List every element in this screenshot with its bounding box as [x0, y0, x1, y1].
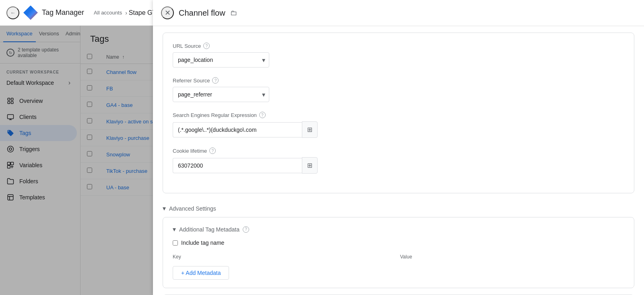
- search-engines-group: Search Engines Regular Expression ? ⊞: [173, 112, 624, 138]
- url-source-group: URL Source ? page_location page_referrer…: [173, 43, 624, 68]
- referrer-source-select-wrapper: page_referrer page_location custom ▾: [173, 87, 269, 102]
- back-button[interactable]: ←: [6, 6, 19, 19]
- cookie-help-icon[interactable]: ?: [209, 148, 216, 154]
- include-tag-name-checkbox[interactable]: [173, 240, 178, 246]
- cookie-lifetime-label: Cookie lifetime ?: [173, 148, 624, 154]
- referrer-source-group: Referrer Source ? page_referrer page_loc…: [173, 77, 624, 102]
- referrer-source-label: Referrer Source ?: [173, 77, 624, 84]
- cookie-lifetime-group: Cookie lifetime ? ⊞: [173, 148, 624, 174]
- panel-content: URL Source ? page_location page_referrer…: [153, 26, 644, 295]
- cookie-picker-btn[interactable]: ⊞: [302, 157, 318, 174]
- url-source-label: URL Source ?: [173, 43, 624, 49]
- advanced-toggle[interactable]: ▾ Advanced Settings: [163, 200, 634, 217]
- referrer-source-select[interactable]: page_referrer page_location custom: [173, 87, 269, 102]
- panel-folder-icon[interactable]: 🗀: [230, 9, 237, 17]
- close-icon: ✕: [165, 8, 171, 17]
- side-panel: ✕ Channel flow 🗀 URL Source ? page_locat…: [153, 0, 644, 295]
- metadata-toggle[interactable]: ▾ Additional Tag Metadata ?: [173, 225, 624, 233]
- back-icon: ←: [10, 10, 15, 16]
- cookie-lifetime-input[interactable]: [173, 158, 302, 173]
- breadcrumb-sep: ›: [125, 10, 127, 16]
- metadata-help-icon[interactable]: ?: [243, 226, 249, 233]
- metadata-columns: Key Value: [173, 252, 624, 261]
- value-col-label: Value: [400, 252, 624, 261]
- panel-title: Channel flow: [179, 8, 225, 18]
- advanced-settings-section: ▾ Advanced Settings ▾ Additional Tag Met…: [163, 200, 634, 288]
- search-engines-input[interactable]: [173, 122, 302, 137]
- search-engines-label: Search Engines Regular Expression ?: [173, 112, 624, 118]
- panel-close-button[interactable]: ✕: [161, 6, 174, 19]
- picker-icon-2: ⊞: [307, 162, 312, 169]
- cookie-lifetime-input-group: ⊞: [173, 157, 318, 174]
- app-name: Tag Manager: [42, 8, 84, 17]
- advanced-settings-label: Advanced Settings: [169, 205, 216, 212]
- include-tag-name-text: Include tag name: [181, 240, 224, 246]
- url-source-help-icon[interactable]: ?: [203, 43, 210, 49]
- panel-header: ✕ Channel flow 🗀: [153, 0, 644, 26]
- key-col-label: Key: [173, 252, 397, 261]
- url-source-select-wrapper: page_location page_referrer custom ▾: [173, 52, 269, 68]
- search-engines-help-icon[interactable]: ?: [259, 112, 266, 118]
- advanced-chevron-icon: ▾: [163, 205, 166, 212]
- add-metadata-button[interactable]: + Add Metadata: [173, 266, 229, 280]
- app-logo: [23, 5, 39, 21]
- advanced-card: ▾ Additional Tag Metadata ? Include tag …: [163, 217, 634, 288]
- metadata-label: Additional Tag Metadata: [179, 226, 239, 233]
- search-engines-input-group: ⊞: [173, 121, 318, 138]
- url-source-select[interactable]: page_location page_referrer custom: [173, 52, 269, 68]
- referrer-help-icon[interactable]: ?: [212, 77, 219, 84]
- config-card: URL Source ? page_location page_referrer…: [163, 33, 634, 193]
- metadata-chevron-icon: ▾: [173, 225, 176, 233]
- include-tag-name-label[interactable]: Include tag name: [173, 240, 624, 246]
- picker-icon: ⊞: [307, 126, 312, 133]
- search-engines-picker-btn[interactable]: ⊞: [302, 121, 318, 138]
- breadcrumb-all[interactable]: All accounts: [94, 10, 122, 16]
